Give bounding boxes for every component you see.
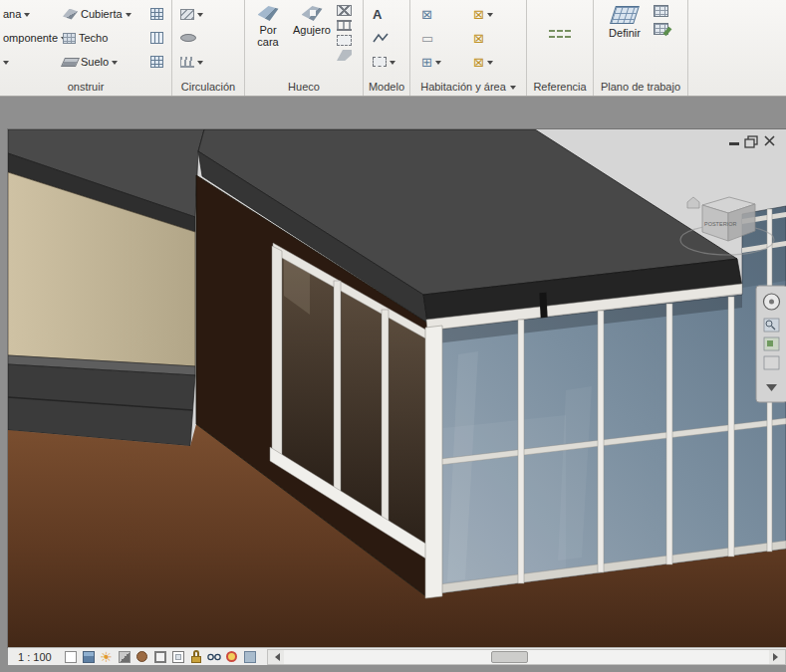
displacement-icon[interactable] — [243, 650, 257, 664]
rendering-icon[interactable] — [135, 650, 149, 664]
minimize-icon[interactable] — [729, 142, 739, 145]
wall-opening-icon[interactable] — [337, 20, 352, 31]
construir-col-left: ana omponente — [0, 3, 57, 73]
revit-window: ana omponente Cubierta — [0, 0, 786, 672]
panel-construir: ana omponente Cubierta — [0, 0, 172, 96]
agujero-button[interactable]: Agujero — [289, 3, 335, 67]
stairs-button[interactable] — [177, 3, 237, 25]
tag-room-button[interactable]: ⊠ — [470, 3, 520, 25]
glasses-icon — [207, 653, 221, 661]
scale-indicator[interactable]: 1 : 100 — [18, 651, 52, 663]
drawing-area[interactable]: POSTERIOR — [8, 129, 786, 647]
crop-view-icon[interactable] — [153, 650, 167, 664]
panel-referencia: Referencia — [527, 0, 594, 96]
floor-icon — [61, 58, 80, 67]
sun-path-icon[interactable]: ☀ — [100, 650, 114, 664]
shaft-opening-icon[interactable] — [337, 5, 352, 16]
chevron-down-icon — [390, 61, 395, 68]
view-control-bar: 1 : 100 ☀ — [8, 647, 786, 665]
area-button[interactable]: ⊞ — [418, 51, 462, 73]
panel-label-referencia: Referencia — [527, 79, 593, 95]
tag-area-button[interactable]: ⊠ — [470, 27, 520, 49]
chevron-down-icon — [3, 61, 9, 68]
chevron-down-icon — [24, 13, 30, 20]
select-region-icon[interactable] — [64, 650, 78, 664]
panel-label-modelo: Modelo — [364, 79, 409, 95]
workplane-viewer-icon[interactable] — [654, 23, 668, 35]
room-separator-button[interactable]: ▭ — [418, 27, 462, 49]
room-button[interactable]: ⊠ — [418, 3, 462, 25]
cubierta-label: Cubierta — [81, 8, 123, 20]
chevron-down-icon — [435, 61, 441, 68]
por-cara-button[interactable]: Por cara — [249, 3, 287, 67]
show-crop-icon[interactable] — [171, 650, 185, 664]
chevron-down-icon — [487, 61, 493, 68]
railing-button[interactable] — [177, 51, 237, 73]
scroll-left-arrow[interactable] — [268, 650, 284, 664]
model-group-button[interactable] — [370, 51, 405, 73]
panel-label-hueco: Hueco — [245, 79, 363, 95]
navigation-bar[interactable] — [756, 286, 786, 402]
dormer-opening-icon[interactable] — [337, 50, 352, 61]
ceiling-icon — [63, 33, 76, 44]
panel-label-circulacion: Circulación — [172, 79, 244, 95]
model-text-icon: A — [373, 7, 382, 22]
scrollbar-track[interactable] — [284, 650, 769, 664]
tag-area-boundary-icon: ⊠ — [473, 56, 484, 69]
opening-by-face-icon — [258, 6, 279, 21]
panel-label-plano-trabajo: Plano de trabajo — [594, 79, 687, 95]
componente-label: omponente — [3, 32, 58, 44]
model-text-button[interactable]: A — [370, 3, 405, 25]
shadows-icon[interactable] — [118, 650, 131, 664]
ribbon-item-componente[interactable]: omponente — [0, 27, 57, 49]
pencil-icon — [663, 27, 672, 36]
mullion-icon — [150, 56, 163, 68]
restore-icon-front[interactable] — [745, 139, 754, 147]
reveal-hidden-icon[interactable] — [225, 650, 239, 664]
panel-label-construir: onstruir — [0, 79, 171, 95]
chevron-down-icon — [126, 13, 131, 20]
definir-label: Definir — [609, 27, 641, 39]
agujero-label: Agujero — [293, 24, 331, 36]
chevron-down-icon — [487, 13, 493, 20]
roof-icon — [63, 9, 78, 20]
ribbon-item-cubierta[interactable]: Cubierta — [60, 3, 145, 25]
right-triangle-icon — [773, 653, 782, 661]
mullion-button[interactable] — [147, 51, 169, 73]
tag-area-boundary-button[interactable]: ⊠ — [470, 51, 520, 73]
hide-isolate-icon[interactable] — [207, 650, 221, 664]
steering-wheel-hub — [769, 300, 774, 305]
ribbon-item-techo[interactable]: Techo — [60, 27, 145, 49]
vertical-opening-icon[interactable] — [337, 35, 352, 46]
techo-label: Techo — [79, 32, 108, 44]
panel-habitacion-area: ⊠ ▭ ⊞ ⊠ ⊠ ⊠ — [410, 0, 527, 96]
viewcube-face-label: POSTERIOR — [704, 221, 736, 227]
panel-label-habitacion[interactable]: Habitación y área — [410, 79, 526, 95]
construir-col-mid: Cubierta Techo Suelo — [60, 3, 145, 73]
construir-col-right — [147, 3, 169, 73]
ramp-button[interactable] — [177, 27, 237, 49]
horizontal-scrollbar[interactable] — [267, 649, 786, 665]
curtain-system-button[interactable] — [147, 3, 169, 25]
ribbon-item-suelo[interactable]: Suelo — [60, 51, 145, 73]
suelo-label: Suelo — [81, 56, 109, 68]
chevron-down-icon — [510, 86, 516, 93]
definir-button[interactable]: Definir — [602, 3, 648, 67]
visual-style-icon[interactable] — [82, 650, 96, 664]
model-line-button[interactable] — [370, 27, 405, 49]
room-icon: ⊠ — [421, 8, 432, 21]
reference-plane-icon[interactable] — [549, 28, 571, 38]
model-line-icon — [373, 32, 389, 44]
ribbon-item-pilar[interactable] — [0, 51, 57, 73]
scrollbar-thumb[interactable] — [491, 651, 528, 663]
tag-area-icon: ⊠ — [473, 32, 484, 45]
lock-view-icon[interactable] — [189, 650, 203, 664]
ribbon-item-ventana[interactable]: ana — [0, 3, 57, 25]
pan-tool-icon[interactable] — [764, 356, 779, 369]
chevron-down-icon — [197, 61, 203, 68]
curtain-grid-button[interactable] — [147, 27, 169, 49]
scroll-right-arrow[interactable] — [769, 650, 785, 664]
show-workplane-icon[interactable] — [654, 5, 668, 17]
workplane-icon — [610, 6, 640, 24]
stairs-icon — [180, 9, 194, 20]
